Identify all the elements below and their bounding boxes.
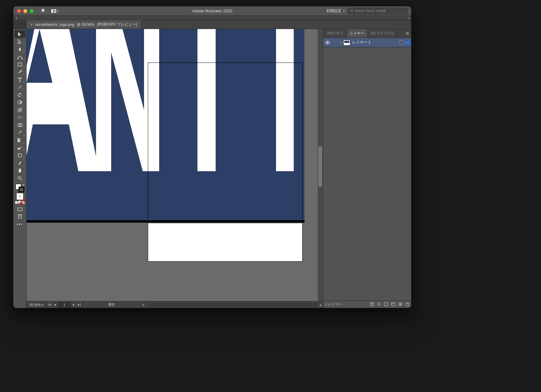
zoom-window-button[interactable] — [30, 9, 33, 13]
panel-grip-icon[interactable]: ||||| — [16, 16, 16, 20]
document-tab[interactable]: × servantworks_logo.png @ 39.56% (RGB/GP… — [27, 20, 141, 29]
canvas-area: 39.56% ▾ I◂ ◂ 1 ▸ ▸I 選択 ▸ ◢ — [27, 29, 323, 308]
svg-rect-31 — [370, 303, 374, 306]
fill-stroke-control[interactable]: ⇄ — [15, 183, 25, 193]
gradient-tool[interactable] — [15, 136, 25, 144]
first-artboard-button[interactable]: I◂ — [46, 303, 52, 307]
horizontal-scrollbar[interactable] — [148, 303, 318, 307]
direct-selection-tool[interactable] — [15, 38, 25, 45]
svg-line-33 — [380, 305, 381, 306]
rectangle-tool[interactable] — [15, 61, 25, 68]
resize-grip-icon[interactable]: ◢ — [319, 303, 322, 307]
svg-rect-2 — [54, 11, 56, 13]
new-sublayer-icon[interactable] — [391, 302, 395, 307]
svg-rect-35 — [392, 303, 395, 306]
toolbar: ⇄ ? ••• — [13, 29, 27, 308]
zoom-tool[interactable] — [15, 174, 25, 182]
svg-rect-1 — [54, 9, 56, 11]
right-panel: プロパティ レイヤー CC ライブラリ ≡ › レイヤー 1 1 レイヤー — [323, 29, 411, 308]
svg-rect-16 — [18, 148, 20, 149]
artboard-tool[interactable] — [15, 152, 25, 159]
clip-mask-icon[interactable] — [384, 302, 388, 307]
delete-layer-icon[interactable] — [406, 302, 409, 307]
svg-rect-41 — [406, 303, 409, 306]
pen-tool[interactable] — [15, 45, 25, 53]
zoom-level-dropdown[interactable]: 39.56% ▾ — [27, 301, 46, 308]
next-artboard-button[interactable]: ▸ — [71, 303, 76, 307]
screen-mode-icon[interactable] — [15, 206, 25, 213]
svg-point-17 — [21, 146, 21, 147]
hand-tool[interactable] — [15, 167, 25, 174]
width-tool[interactable] — [15, 114, 25, 121]
paintbrush-tool[interactable] — [15, 68, 25, 76]
expand-layer-icon[interactable]: › — [338, 40, 343, 45]
selection-tool[interactable] — [15, 30, 25, 38]
status-bar: 39.56% ▾ I◂ ◂ 1 ▸ ▸I 選択 ▸ ◢ — [27, 301, 323, 308]
svg-point-6 — [17, 58, 18, 59]
layer-row[interactable]: › レイヤー 1 — [323, 38, 411, 47]
draw-behind-icon[interactable] — [18, 201, 21, 204]
curvature-tool[interactable] — [15, 53, 25, 61]
scrollbar-thumb[interactable] — [318, 146, 322, 187]
eraser-tool[interactable] — [15, 99, 25, 106]
locate-object-icon[interactable] — [370, 302, 374, 307]
edit-toolbar-icon[interactable] — [15, 213, 25, 220]
svg-point-13 — [18, 124, 21, 127]
toolbar-more-icon[interactable]: ••• — [16, 222, 23, 227]
vertical-scrollbar[interactable] — [318, 29, 323, 301]
shape-builder-tool[interactable] — [15, 121, 25, 129]
app-window: ▾ Adobe Illustrator 2020 初期設定 ▾ Adobe St… — [13, 6, 411, 308]
chevron-down-icon: ▾ — [57, 9, 59, 13]
svg-point-30 — [327, 42, 328, 43]
panel-menu-icon[interactable]: ≡ — [404, 29, 411, 38]
color-none-indicator[interactable]: ? — [17, 193, 23, 200]
chevron-down-icon: ▾ — [42, 303, 44, 306]
canvas[interactable] — [27, 29, 323, 301]
svg-rect-0 — [51, 9, 53, 13]
layer-color-chip[interactable] — [406, 41, 409, 45]
draw-inside-icon[interactable] — [22, 201, 25, 204]
close-tab-icon[interactable]: × — [30, 22, 33, 27]
rotate-tool[interactable] — [15, 91, 25, 99]
svg-point-3 — [351, 9, 352, 11]
tab-filename: servantworks_logo.png — [35, 22, 74, 27]
prev-artboard-button[interactable]: ◂ — [52, 303, 57, 307]
new-layer-icon[interactable] — [399, 302, 402, 307]
target-icon[interactable] — [399, 40, 404, 45]
type-tool[interactable] — [15, 76, 25, 83]
tab-properties[interactable]: プロパティ — [323, 29, 347, 38]
chevron-down-icon: ▾ — [343, 9, 345, 13]
symbol-sprayer-tool[interactable] — [15, 144, 25, 152]
swap-fill-stroke-icon[interactable]: ⇄ — [22, 183, 25, 186]
placed-image[interactable] — [27, 29, 304, 222]
draw-normal-icon[interactable] — [15, 201, 18, 204]
arrange-documents-icon[interactable]: ▾ — [51, 9, 59, 13]
layer-name[interactable]: レイヤー 1 — [352, 40, 370, 45]
tab-layers[interactable]: レイヤー — [347, 29, 368, 38]
workspace-switcher[interactable]: 初期設定 ▾ — [326, 8, 345, 14]
expand-panels-icon[interactable]: » — [407, 16, 409, 20]
home-icon[interactable] — [40, 8, 45, 14]
tab-cc-libraries[interactable]: CC ライブラリ — [368, 29, 398, 38]
stroke-swatch[interactable] — [19, 187, 24, 192]
tab-mode: (RGB/GPU プレビュー) — [97, 22, 137, 27]
find-layer-icon[interactable] — [377, 302, 381, 307]
last-artboard-button[interactable]: ▸I — [76, 303, 82, 307]
panel-tab-row: プロパティ レイヤー CC ライブラリ ≡ — [323, 29, 411, 38]
minimize-window-button[interactable] — [23, 9, 27, 13]
line-segment-tool[interactable] — [15, 83, 25, 91]
artboard-navigator: I◂ ◂ 1 ▸ ▸I — [46, 301, 83, 308]
close-window-button[interactable] — [17, 9, 21, 13]
artboard-number-field[interactable]: 1 — [58, 302, 71, 308]
layer-count: 1 レイヤー — [325, 302, 342, 307]
visibility-toggle-icon[interactable] — [323, 41, 332, 45]
scale-tool[interactable] — [15, 106, 25, 114]
status-menu-icon[interactable]: ▸ — [140, 303, 147, 306]
svg-rect-15 — [18, 138, 22, 142]
svg-point-23 — [18, 177, 21, 179]
stock-search-input[interactable]: Adobe Stock を検索 — [348, 8, 408, 14]
svg-rect-34 — [384, 303, 388, 306]
eyedropper-tool[interactable] — [15, 129, 25, 136]
toolbar-header — [13, 20, 27, 29]
slice-tool[interactable] — [15, 159, 25, 167]
